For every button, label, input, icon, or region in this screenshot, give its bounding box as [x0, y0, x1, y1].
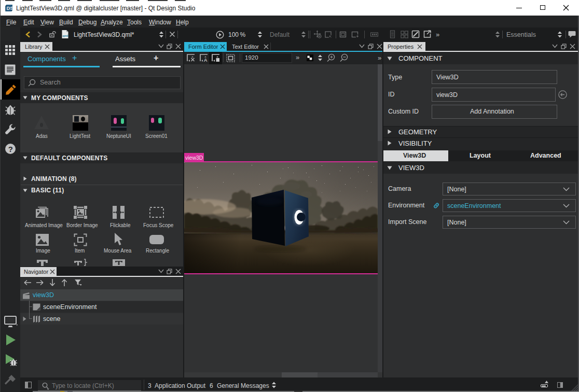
svg-text:DS: DS [7, 5, 13, 11]
svg-text:A: A [204, 57, 208, 62]
svg-text:qml: qml [62, 34, 68, 37]
svg-text:?: ? [8, 145, 13, 153]
